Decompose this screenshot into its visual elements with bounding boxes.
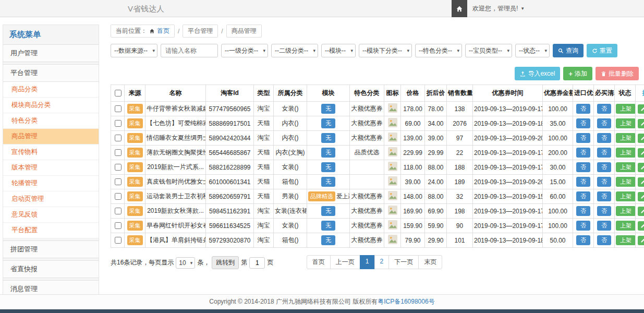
submenu-item-active[interactable]: 商品管理 bbox=[3, 129, 99, 145]
per-page-select[interactable]: 10 bbox=[176, 257, 195, 269]
status-button[interactable]: 上架 bbox=[616, 148, 636, 158]
imported-toggle[interactable]: 否 bbox=[576, 206, 590, 216]
page-number-input[interactable] bbox=[249, 257, 265, 269]
page-button[interactable]: 末页 bbox=[418, 255, 442, 269]
page-button[interactable]: 2 bbox=[374, 255, 390, 269]
import-excel-button[interactable]: 导入excel bbox=[515, 67, 560, 80]
imported-toggle[interactable]: 否 bbox=[576, 133, 590, 143]
status-button[interactable]: 上架 bbox=[616, 118, 636, 128]
column-header: 类型 bbox=[254, 85, 274, 102]
user-menu[interactable]: 欢迎您，管理员! ▼ bbox=[472, 4, 525, 13]
name-search-input[interactable] bbox=[161, 44, 218, 57]
menu-item[interactable]: 消息管理 bbox=[3, 280, 99, 294]
imported-toggle[interactable]: 否 bbox=[576, 104, 590, 114]
submenu-item[interactable]: 商品分类 bbox=[3, 82, 99, 98]
submenu-item[interactable]: 轮播管理 bbox=[3, 176, 99, 191]
row-checkbox[interactable] bbox=[115, 105, 121, 112]
module-subcategory-filter[interactable]: --模块下分类-- bbox=[359, 44, 412, 57]
breadcrumb-item[interactable]: 商品管理 bbox=[226, 25, 262, 38]
edit-button[interactable] bbox=[638, 192, 644, 201]
page-button[interactable]: 下一页 bbox=[388, 255, 419, 269]
query-button[interactable]: 查询 bbox=[553, 44, 584, 57]
submenu-item[interactable]: 宣传物料 bbox=[3, 145, 99, 160]
select-all-checkbox[interactable] bbox=[115, 90, 121, 97]
must-buy-toggle[interactable]: 否 bbox=[597, 235, 611, 245]
level2-category-filter[interactable]: --二级分类-- bbox=[271, 44, 318, 57]
breadcrumb-home-link[interactable]: 首页 bbox=[157, 27, 169, 35]
status-button[interactable]: 上架 bbox=[616, 162, 636, 172]
row-checkbox[interactable] bbox=[115, 222, 121, 229]
level1-category-filter[interactable]: --一级分类-- bbox=[221, 44, 268, 57]
data-source-filter[interactable]: --数据来源-- bbox=[111, 44, 157, 57]
menu-item[interactable]: 用户管理 bbox=[3, 44, 99, 62]
submenu-item[interactable]: 模块商品分类 bbox=[3, 98, 99, 113]
row-checkbox[interactable] bbox=[115, 149, 121, 156]
submenu-item[interactable]: 启动页管理 bbox=[3, 191, 99, 207]
edit-button[interactable] bbox=[638, 134, 644, 143]
edit-button[interactable] bbox=[638, 177, 644, 187]
submenu-item[interactable]: 版本管理 bbox=[3, 160, 99, 176]
imported-toggle[interactable]: 否 bbox=[576, 148, 590, 158]
edit-button[interactable] bbox=[638, 236, 644, 245]
must-buy-toggle[interactable]: 否 bbox=[597, 206, 611, 216]
imported-toggle[interactable]: 否 bbox=[576, 221, 590, 231]
menu-item[interactable]: 拼团管理 bbox=[3, 240, 99, 258]
must-buy-toggle[interactable]: 否 bbox=[597, 118, 611, 128]
must-buy-toggle[interactable]: 否 bbox=[597, 191, 611, 201]
row-checkbox[interactable] bbox=[115, 237, 121, 244]
must-buy-toggle[interactable]: 否 bbox=[597, 177, 611, 187]
menu-item[interactable]: 省直快报 bbox=[3, 260, 99, 278]
feature-category bbox=[350, 175, 384, 189]
breadcrumb: 当前位置： 首页 / 平台管理 / 商品管理 bbox=[111, 25, 639, 38]
page-button[interactable]: 上一页 bbox=[330, 255, 360, 269]
page-button[interactable]: 首页 bbox=[307, 255, 331, 269]
must-buy-toggle[interactable]: 否 bbox=[597, 148, 611, 158]
batch-delete-button[interactable]: 批量删除 bbox=[596, 67, 639, 80]
edit-button[interactable] bbox=[638, 119, 644, 128]
home-button[interactable] bbox=[452, 0, 467, 17]
row-checkbox[interactable] bbox=[115, 120, 121, 127]
status-button[interactable]: 上架 bbox=[616, 177, 636, 187]
must-buy-toggle[interactable]: 否 bbox=[597, 133, 611, 143]
module-filter[interactable]: --模块-- bbox=[321, 44, 356, 57]
edit-button[interactable] bbox=[638, 163, 644, 172]
status-button[interactable]: 上架 bbox=[616, 133, 636, 143]
imported-toggle[interactable]: 否 bbox=[576, 235, 590, 245]
row-checkbox[interactable] bbox=[115, 193, 121, 200]
edit-button[interactable] bbox=[638, 104, 644, 114]
submenu-item[interactable]: 平台配置 bbox=[3, 223, 99, 238]
menu-item[interactable]: 平台管理 bbox=[3, 64, 99, 82]
edit-button[interactable] bbox=[638, 207, 644, 216]
feature-category-filter[interactable]: --特色分类-- bbox=[415, 44, 462, 57]
status-button[interactable]: 上架 bbox=[616, 235, 636, 245]
submenu-item[interactable]: 特色分类 bbox=[3, 113, 99, 129]
imported-toggle[interactable]: 否 bbox=[576, 177, 590, 187]
icp-link[interactable]: 粤ICP备16098006号 bbox=[378, 298, 434, 305]
page-button-active[interactable]: 1 bbox=[360, 255, 375, 269]
status-button[interactable]: 上架 bbox=[616, 206, 636, 216]
row-checkbox[interactable] bbox=[115, 208, 121, 214]
status-filter[interactable]: --状态-- bbox=[515, 44, 550, 57]
must-buy-toggle[interactable]: 否 bbox=[597, 221, 611, 231]
jump-button[interactable]: 跳转到 bbox=[212, 256, 239, 269]
row-checkbox[interactable] bbox=[115, 135, 121, 141]
row-checkbox[interactable] bbox=[115, 164, 121, 171]
image-icon bbox=[388, 133, 397, 142]
edit-button[interactable] bbox=[638, 148, 644, 158]
imported-toggle[interactable]: 否 bbox=[576, 118, 590, 128]
must-buy-toggle[interactable]: 否 bbox=[597, 104, 611, 114]
status-button[interactable]: 上架 bbox=[616, 104, 636, 114]
reset-button[interactable]: 重置 bbox=[587, 44, 617, 57]
row-checkbox[interactable] bbox=[115, 178, 121, 185]
status-button[interactable]: 上架 bbox=[616, 191, 636, 201]
breadcrumb-item[interactable]: 平台管理 bbox=[183, 25, 218, 38]
imported-toggle[interactable]: 否 bbox=[576, 191, 590, 201]
imported-cell: 否 bbox=[573, 146, 594, 160]
item-type-filter[interactable]: --宝贝类型-- bbox=[465, 44, 512, 57]
must-buy-toggle[interactable]: 否 bbox=[597, 162, 611, 172]
status-button[interactable]: 上架 bbox=[616, 221, 636, 231]
edit-button[interactable] bbox=[638, 221, 644, 231]
submenu-item[interactable]: 意见反馈 bbox=[3, 207, 99, 223]
imported-toggle[interactable]: 否 bbox=[576, 162, 590, 172]
add-button[interactable]: + 添加 bbox=[563, 67, 592, 80]
